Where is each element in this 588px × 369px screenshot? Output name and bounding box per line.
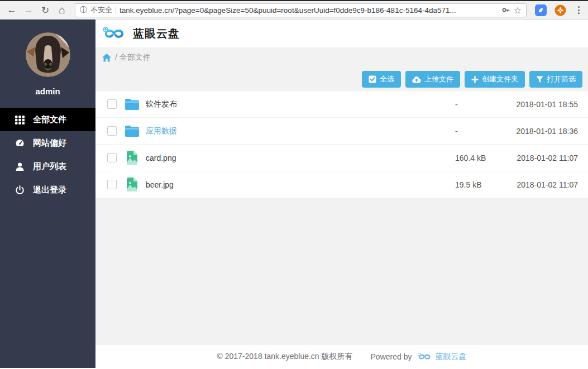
address-bar[interactable]: ⓘ 不安全 tank.eyeblue.cn/?page=0&pageSize=5… [75, 3, 527, 17]
reload-icon[interactable]: ↻ [38, 3, 52, 17]
footer-brand-text: 蓝眼云盘 [435, 352, 466, 362]
file-date: 2018-01-02 11:07 [494, 180, 578, 189]
image-file-icon [125, 151, 140, 165]
file-name[interactable]: 应用数据 [146, 126, 455, 136]
row-checkbox[interactable] [107, 153, 117, 162]
plus-icon [471, 76, 479, 83]
powered-by-text: Powered by [371, 352, 412, 361]
power-icon [15, 185, 25, 195]
home-icon-browser[interactable]: ⌂ [55, 3, 69, 17]
extension-orange-icon[interactable] [554, 4, 566, 16]
info-icon[interactable]: ⓘ [80, 5, 87, 15]
sidebar-item-label: 网站偏好 [33, 138, 66, 148]
content-filler [95, 198, 588, 345]
table-row[interactable]: card.png 160.4 kB 2018-01-02 11:07 [95, 145, 588, 171]
file-size: 19.5 kB [455, 180, 494, 189]
row-checkbox[interactable] [107, 126, 117, 136]
copyright-text: © 2017-2018 tank.eyeblue.cn 版权所有 [217, 352, 353, 362]
app-logo-icon [101, 25, 127, 42]
table-row[interactable]: 软件发布 - 2018-01-01 18:55 [95, 91, 588, 118]
extension-blue-icon[interactable] [535, 4, 547, 16]
button-label: 创建文件夹 [482, 74, 518, 84]
app-footer: © 2017-2018 tank.eyeblue.cn 版权所有 Powered… [95, 345, 588, 368]
back-icon[interactable]: ← [4, 3, 19, 17]
url-separator [116, 6, 116, 15]
breadcrumb-home-icon[interactable] [102, 54, 111, 62]
file-size: 160.4 kB [455, 154, 494, 162]
row-checkbox[interactable] [107, 99, 117, 109]
select-all-button[interactable]: 全选 [362, 71, 401, 88]
upload-file-button[interactable]: 上传文件 [405, 71, 460, 88]
file-date: 2018-01-01 18:36 [494, 127, 578, 136]
sidebar: admin 全部文件 网站偏好 用户列表 [0, 20, 95, 368]
action-toolbar: 全选 上传文件 创建文件夹 打开筛选 [95, 68, 588, 91]
sidebar-item-label: 用户列表 [33, 161, 66, 172]
button-label: 全选 [380, 74, 394, 84]
sidebar-item-label: 全部文件 [33, 114, 66, 125]
dashboard-icon [15, 138, 25, 148]
image-file-icon [125, 178, 140, 191]
app-header: 蓝眼云盘 [95, 20, 588, 47]
user-icon [15, 162, 25, 171]
check-square-icon [369, 75, 376, 83]
password-key-icon[interactable] [501, 6, 510, 15]
sidebar-item-user-list[interactable]: 用户列表 [0, 155, 95, 178]
bookmark-star-icon[interactable]: ☆ [514, 5, 522, 16]
table-row[interactable]: 应用数据 - 2018-01-01 18:36 [95, 118, 588, 145]
table-row[interactable]: beer.jpg 19.5 kB 2018-01-02 11:07 [95, 171, 588, 198]
file-date: 2018-01-01 18:55 [494, 100, 578, 109]
file-name[interactable]: card.png [146, 154, 455, 162]
sidebar-item-all-files[interactable]: 全部文件 [0, 108, 95, 131]
button-label: 打开筛选 [547, 74, 576, 84]
filter-icon [536, 76, 543, 83]
forward-icon[interactable]: → [21, 3, 36, 17]
folder-icon [125, 125, 140, 137]
breadcrumb-path[interactable]: / 全部文件 [115, 52, 151, 63]
app-window: admin 全部文件 网站偏好 用户列表 [0, 20, 588, 368]
sidebar-menu: 全部文件 网站偏好 用户列表 退出登录 [0, 108, 95, 202]
footer-brand-link[interactable]: 蓝眼云盘 [417, 352, 466, 362]
security-label: 不安全 [90, 5, 112, 15]
file-size: - [455, 100, 494, 109]
create-folder-button[interactable]: 创建文件夹 [465, 71, 525, 88]
row-checkbox[interactable] [107, 180, 117, 189]
sidebar-item-logout[interactable]: 退出登录 [0, 178, 95, 202]
sidebar-item-label: 退出登录 [33, 185, 66, 195]
file-date: 2018-01-02 11:07 [494, 154, 578, 162]
username: admin [35, 87, 60, 96]
url-text[interactable]: tank.eyeblue.cn/?page=0&pageSize=50&puui… [119, 6, 498, 15]
open-filter-button[interactable]: 打开筛选 [529, 71, 582, 88]
file-name[interactable]: 软件发布 [146, 99, 455, 109]
file-name[interactable]: beer.jpg [146, 180, 455, 189]
file-table: 软件发布 - 2018-01-01 18:55 应用数据 - 2018-01-0… [95, 91, 588, 198]
folder-icon [125, 98, 140, 111]
cloud-upload-icon [412, 76, 421, 83]
browser-menu-icon[interactable] [573, 4, 584, 16]
sidebar-item-site-preferences[interactable]: 网站偏好 [0, 131, 95, 155]
main-content: 蓝眼云盘 / 全部文件 全选 上传文件 [95, 20, 588, 368]
grid-icon [15, 115, 25, 124]
avatar[interactable] [26, 32, 70, 77]
file-size: - [455, 127, 494, 136]
breadcrumb: / 全部文件 [95, 47, 588, 68]
page-title: 蓝眼云盘 [133, 26, 180, 41]
browser-toolbar: ← → ↻ ⌂ ⓘ 不安全 tank.eyeblue.cn/?page=0&pa… [0, 0, 588, 20]
button-label: 上传文件 [424, 74, 453, 84]
